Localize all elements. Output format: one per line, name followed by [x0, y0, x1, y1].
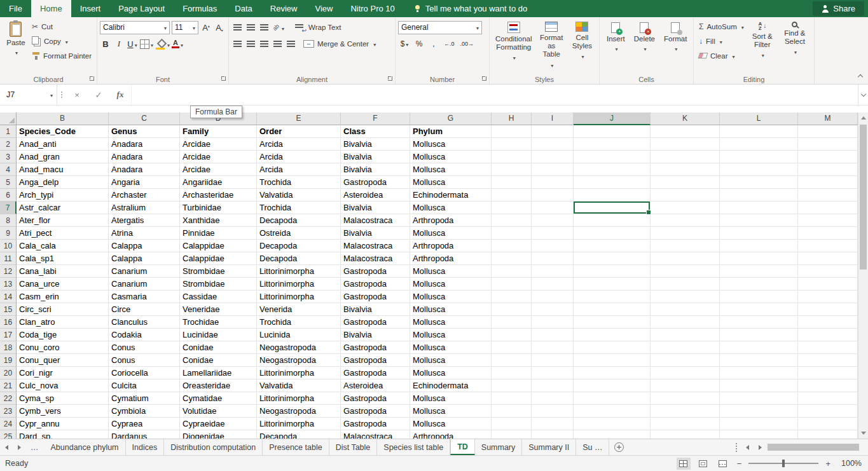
- cell-J23[interactable]: [574, 405, 651, 418]
- cell-J21[interactable]: [574, 379, 651, 392]
- sheet-tab-dist-table[interactable]: Dist Table: [329, 439, 378, 455]
- scroll-up-button[interactable]: [858, 113, 868, 123]
- cell-I2[interactable]: [532, 138, 574, 151]
- cell-L12[interactable]: [720, 265, 798, 278]
- cell-D24[interactable]: Cypraeidae: [180, 418, 257, 430]
- cell-B11[interactable]: Cala_sp1: [17, 252, 109, 265]
- cell-L11[interactable]: [720, 252, 798, 265]
- cell-E3[interactable]: Arcida: [257, 151, 341, 163]
- cell-M14[interactable]: [798, 290, 858, 303]
- page-layout-view-button[interactable]: [696, 458, 710, 470]
- cell-E13[interactable]: Littorinimorpha: [257, 278, 341, 290]
- cell-L21[interactable]: [720, 379, 798, 392]
- cell-M20[interactable]: [798, 367, 858, 379]
- cell-G9[interactable]: Mollusca: [410, 227, 492, 240]
- cell-K8[interactable]: [651, 214, 720, 227]
- cell-M1[interactable]: [798, 125, 858, 138]
- cell-E2[interactable]: Arcida: [257, 138, 341, 151]
- cell-G12[interactable]: Mollusca: [410, 265, 492, 278]
- cell-I6[interactable]: [532, 189, 574, 201]
- cell-E11[interactable]: Decapoda: [257, 252, 341, 265]
- cell-I7[interactable]: [532, 201, 574, 214]
- cell-I10[interactable]: [532, 240, 574, 252]
- cell-L10[interactable]: [720, 240, 798, 252]
- cell-J9[interactable]: [574, 227, 651, 240]
- cell-B14[interactable]: Casm_erin: [17, 290, 109, 303]
- share-button[interactable]: Share: [813, 1, 864, 16]
- cell-F1[interactable]: Class: [341, 125, 410, 138]
- normal-view-button[interactable]: [677, 458, 691, 470]
- cell-F8[interactable]: Malacostraca: [341, 214, 410, 227]
- row-header-8[interactable]: 8: [0, 214, 17, 227]
- cell-K18[interactable]: [651, 341, 720, 354]
- cell-C22[interactable]: Cymatium: [109, 392, 180, 405]
- orientation-button[interactable]: ab: [272, 21, 284, 34]
- cell-K24[interactable]: [651, 418, 720, 430]
- copy-dropdown-arrow[interactable]: [64, 38, 68, 45]
- column-header-L[interactable]: L: [720, 113, 798, 125]
- cell-F11[interactable]: Malacostraca: [341, 252, 410, 265]
- cell-D3[interactable]: Arcidae: [180, 151, 257, 163]
- cell-G24[interactable]: Mollusca: [410, 418, 492, 430]
- row-header-18[interactable]: 18: [0, 341, 17, 354]
- cell-B1[interactable]: Species_Code: [17, 125, 109, 138]
- cell-C2[interactable]: Anadara: [109, 138, 180, 151]
- cell-C7[interactable]: Astralium: [109, 201, 180, 214]
- cell-G10[interactable]: Arthropoda: [410, 240, 492, 252]
- cell-C12[interactable]: Canarium: [109, 265, 180, 278]
- ribbon-tab-formulas[interactable]: Formulas: [174, 0, 226, 17]
- cell-C13[interactable]: Canarium: [109, 278, 180, 290]
- cell-B16[interactable]: Clan_atro: [17, 316, 109, 329]
- enter-icon[interactable]: ✓: [88, 85, 109, 105]
- cell-L15[interactable]: [720, 303, 798, 316]
- zoom-slider-thumb[interactable]: [782, 460, 785, 467]
- column-header-B[interactable]: B: [17, 113, 109, 125]
- cell-G7[interactable]: Mollusca: [410, 201, 492, 214]
- cell-L1[interactable]: [720, 125, 798, 138]
- row-header-25[interactable]: 25: [0, 430, 17, 439]
- row-header-7[interactable]: 7: [0, 201, 17, 214]
- cell-M10[interactable]: [798, 240, 858, 252]
- cell-H20[interactable]: [492, 367, 532, 379]
- underline-button[interactable]: U: [127, 38, 138, 50]
- cell-F2[interactable]: Bivalvia: [341, 138, 410, 151]
- cell-J4[interactable]: [574, 163, 651, 176]
- cell-M2[interactable]: [798, 138, 858, 151]
- comma-style-button[interactable]: ,: [427, 37, 440, 51]
- cell-L19[interactable]: [720, 354, 798, 367]
- cell-G23[interactable]: Mollusca: [410, 405, 492, 418]
- increase-font-size-button[interactable]: A: [200, 21, 212, 34]
- cell-D11[interactable]: Calappidae: [180, 252, 257, 265]
- row-header-10[interactable]: 10: [0, 240, 17, 252]
- cell-K4[interactable]: [651, 163, 720, 176]
- font-dialog-launcher[interactable]: [221, 76, 227, 82]
- cell-G1[interactable]: Phylum: [410, 125, 492, 138]
- cell-M24[interactable]: [798, 418, 858, 430]
- paste-dropdown-arrow[interactable]: [14, 48, 18, 56]
- row-header-13[interactable]: 13: [0, 278, 17, 290]
- cell-J3[interactable]: [574, 151, 651, 163]
- fill-button[interactable]: ↓ Fill: [696, 34, 747, 48]
- cell-F5[interactable]: Gastropoda: [341, 176, 410, 189]
- cell-B25[interactable]: Dard_sp.: [17, 430, 109, 439]
- cell-L20[interactable]: [720, 367, 798, 379]
- cell-H7[interactable]: [492, 201, 532, 214]
- cell-G11[interactable]: Arthropoda: [410, 252, 492, 265]
- cell-F16[interactable]: Gastropoda: [341, 316, 410, 329]
- cell-L18[interactable]: [720, 341, 798, 354]
- cell-K9[interactable]: [651, 227, 720, 240]
- cell-C1[interactable]: Genus: [109, 125, 180, 138]
- cell-C19[interactable]: Conus: [109, 354, 180, 367]
- cell-E6[interactable]: Valvatida: [257, 189, 341, 201]
- cell-L17[interactable]: [720, 329, 798, 341]
- row-header-9[interactable]: 9: [0, 227, 17, 240]
- cell-H16[interactable]: [492, 316, 532, 329]
- cell-M5[interactable]: [798, 176, 858, 189]
- cell-B13[interactable]: Cana_urce: [17, 278, 109, 290]
- cell-F20[interactable]: Gastropoda: [341, 367, 410, 379]
- cell-C5[interactable]: Angaria: [109, 176, 180, 189]
- cell-G13[interactable]: Mollusca: [410, 278, 492, 290]
- bottom-align-button[interactable]: [258, 21, 270, 34]
- cell-M18[interactable]: [798, 341, 858, 354]
- cell-L3[interactable]: [720, 151, 798, 163]
